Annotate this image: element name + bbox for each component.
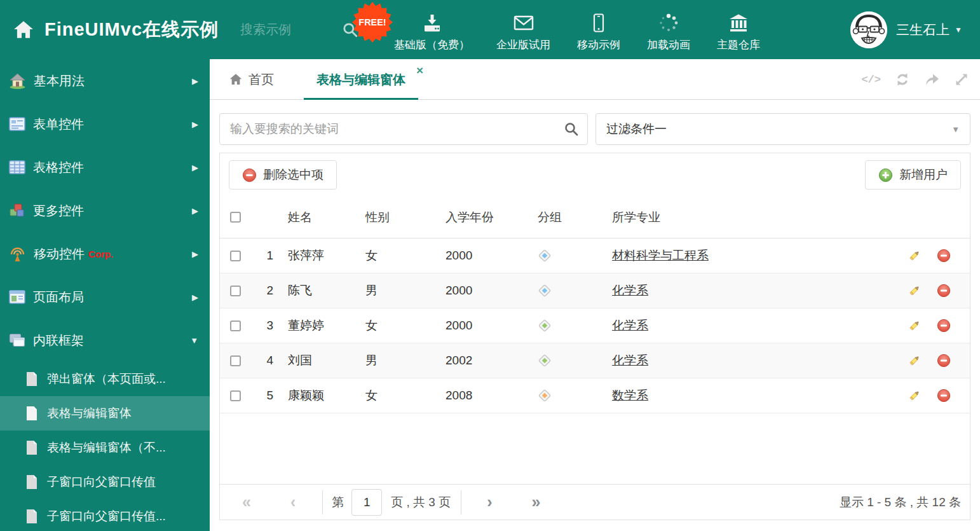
envelope-icon (513, 13, 534, 32)
cell-gender: 男 (355, 282, 436, 299)
last-page-button[interactable]: » (532, 494, 541, 510)
header-item-label: 基础版（免费） (394, 38, 470, 52)
tag-icon (538, 319, 552, 333)
row-edit-button[interactable] (908, 319, 922, 333)
layout-icon (9, 290, 25, 304)
chevron-right-icon: ▶ (192, 293, 198, 302)
table-search-input[interactable] (219, 113, 588, 145)
row-edit-button[interactable] (908, 354, 922, 368)
row-delete-button[interactable] (937, 249, 951, 263)
refresh-icon[interactable] (895, 72, 910, 87)
first-page-button[interactable]: « (242, 494, 251, 510)
sidebar-subitem-grid-edit-window[interactable]: 表格与编辑窗体 (0, 396, 210, 431)
tab-grid-edit-window[interactable]: 表格与编辑窗体 × (304, 59, 418, 100)
header-search-input[interactable] (240, 22, 342, 37)
cell-year: 2002 (436, 354, 525, 368)
page-number-input[interactable] (351, 489, 382, 516)
row-checkbox[interactable] (230, 286, 241, 296)
sidebar-item-more-controls[interactable]: 更多控件 ▶ (0, 189, 210, 232)
close-icon[interactable]: × (416, 64, 423, 76)
tag-icon (538, 284, 552, 298)
header-item-enterprise-trial[interactable]: 企业版试用 (496, 7, 550, 52)
plus-circle-icon (878, 168, 893, 183)
grid-panel: 删除选中项 新增用户 姓名 性别 入学年份 分组 (219, 153, 970, 520)
row-edit-button[interactable] (908, 389, 922, 403)
sidebar-subitem-grid-edit-window-2[interactable]: 表格与编辑窗体（不... (0, 431, 210, 465)
column-header-gender[interactable]: 性别 (355, 209, 436, 226)
share-icon[interactable] (924, 72, 941, 87)
row-delete-button[interactable] (937, 319, 951, 333)
header-item-loading-animation[interactable]: 加载动画 (647, 7, 690, 52)
sidebar-item-mobile-controls[interactable]: 移动控件 Corp. ▶ (0, 232, 210, 275)
tag-icon (538, 354, 552, 368)
cell-gender: 女 (355, 247, 436, 264)
table-row: 4 刘国 男 2002 化学系 (220, 343, 970, 378)
row-number: 5 (253, 389, 277, 403)
app-header: FineUIMvc在线示例 FREE! 基础版（免费） (0, 0, 980, 59)
header-item-label: 企业版试用 (496, 38, 550, 52)
tab-strip: 首页 表格与编辑窗体 × </> (210, 59, 980, 100)
cell-name: 康颖颖 (277, 387, 355, 404)
delete-selected-button[interactable]: 删除选中项 (229, 160, 337, 190)
row-checkbox[interactable] (230, 251, 241, 261)
house-icon (9, 72, 26, 89)
file-icon (25, 440, 38, 455)
major-link[interactable]: 化学系 (612, 284, 648, 297)
minus-circle-icon (937, 249, 951, 263)
search-icon[interactable] (564, 121, 579, 137)
file-icon (25, 474, 38, 490)
chevron-down-icon: ▼ (190, 336, 198, 345)
chevron-right-icon: ▶ (192, 249, 198, 259)
header-search (240, 22, 358, 38)
major-link[interactable]: 化学系 (612, 319, 648, 332)
cell-name: 张萍萍 (277, 247, 355, 264)
app-logo[interactable]: FineUIMvc在线示例 (13, 17, 219, 43)
table-header-row: 姓名 性别 入学年份 分组 所学专业 (220, 197, 970, 238)
header-item-basic-edition[interactable]: FREE! 基础版（免费） (394, 7, 470, 52)
major-link[interactable]: 材料科学与工程系 (612, 249, 709, 262)
row-delete-button[interactable] (937, 354, 951, 368)
row-checkbox[interactable] (230, 355, 241, 366)
file-icon (25, 371, 38, 387)
sidebar-item-inline-frame[interactable]: 内联框架 ▼ (0, 319, 210, 362)
header-actions: FREE! 基础版（免费） 企业版试用 移动示例 (394, 7, 760, 52)
pagination-bar: « ‹ 第 页 , 共 3 页 › » 显示 1 - 5 条 , 共 12 条 (220, 484, 970, 520)
main-content: 首页 表格与编辑窗体 × </> (210, 59, 980, 531)
expand-icon[interactable] (955, 72, 969, 86)
home-icon (13, 20, 34, 40)
select-all-checkbox[interactable] (230, 212, 241, 223)
major-link[interactable]: 化学系 (612, 354, 648, 367)
pencil-icon (908, 354, 922, 368)
header-item-mobile-demo[interactable]: 移动示例 (577, 7, 620, 52)
avatar (850, 11, 887, 48)
major-link[interactable]: 数学系 (612, 389, 648, 402)
view-source-icon[interactable]: </> (861, 74, 881, 86)
row-checkbox[interactable] (230, 390, 241, 401)
sidebar-subitem-child-to-parent-2[interactable]: 子窗口向父窗口传值... (0, 499, 210, 531)
sidebar-subitem-popup-window[interactable]: 弹出窗体（本页面或... (0, 362, 210, 396)
filter-dropdown[interactable]: 过滤条件一 ▼ (595, 113, 970, 145)
user-menu[interactable]: 三生石上 ▼ (850, 11, 962, 48)
prev-page-button[interactable]: ‹ (290, 494, 296, 510)
sidebar-item-form-controls[interactable]: 表单控件 ▶ (0, 102, 210, 146)
column-header-group[interactable]: 分组 (525, 209, 608, 226)
antenna-icon (9, 245, 26, 262)
sidebar-item-grid-controls[interactable]: 表格控件 ▶ (0, 146, 210, 189)
free-badge: FREE! (352, 2, 393, 43)
minus-circle-icon (937, 389, 951, 403)
add-user-button[interactable]: 新增用户 (865, 160, 961, 190)
column-header-name[interactable]: 姓名 (277, 209, 355, 226)
row-delete-button[interactable] (937, 389, 951, 403)
row-edit-button[interactable] (908, 284, 922, 298)
tab-home[interactable]: 首页 (229, 59, 274, 100)
header-item-theme-repo[interactable]: 主题仓库 (717, 7, 760, 52)
column-header-major[interactable]: 所学专业 (608, 209, 887, 226)
sidebar-item-basic-usage[interactable]: 基本用法 ▶ (0, 59, 210, 102)
sidebar-subitem-child-to-parent[interactable]: 子窗口向父窗口传值 (0, 465, 210, 499)
column-header-year[interactable]: 入学年份 (436, 209, 525, 226)
row-delete-button[interactable] (937, 284, 951, 298)
row-checkbox[interactable] (230, 321, 241, 331)
row-edit-button[interactable] (908, 249, 922, 263)
sidebar-item-page-layout[interactable]: 页面布局 ▶ (0, 275, 210, 319)
next-page-button[interactable]: › (487, 494, 492, 510)
